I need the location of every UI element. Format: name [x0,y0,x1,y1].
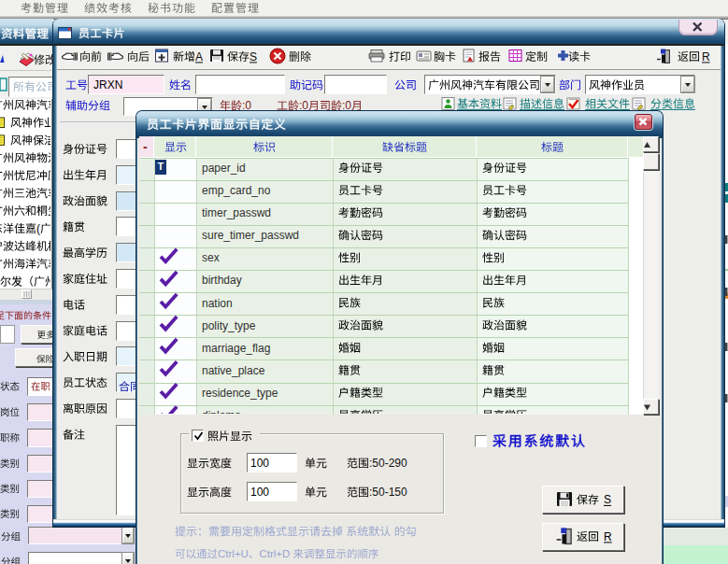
svg-text:T: T [158,161,164,172]
svg-text:R: R [702,50,710,63]
svg-text:paper_id: paper_id [202,162,246,175]
svg-text::50-290: :50-290 [369,457,407,470]
svg-text:R: R [604,530,612,543]
svg-text:JRXN: JRXN [93,78,122,92]
svg-text:(: ( [36,222,40,235]
svg-text:diploma: diploma [202,409,241,422]
svg-text:marriage_flag: marriage_flag [202,342,270,355]
svg-text::50-150: :50-150 [369,486,407,499]
svg-text::0: :0 [342,99,351,112]
svg-text:timer_passwd: timer_passwd [202,206,271,219]
svg-text:polity_type: polity_type [202,319,256,332]
svg-text:sure_timer_passwd: sure_timer_passwd [202,229,299,242]
svg-text::0: :0 [299,99,308,112]
svg-text:A: A [195,50,203,63]
svg-text:birthday: birthday [202,274,242,287]
svg-text::0: :0 [242,99,251,112]
svg-text:-: - [143,139,148,154]
svg-text:S: S [250,50,257,63]
svg-text:S: S [604,493,611,506]
svg-text:100: 100 [250,457,269,470]
svg-text:Ctrl+U: Ctrl+U [218,548,249,559]
svg-text:nation: nation [202,297,233,310]
svg-text:emp_card_no: emp_card_no [202,184,271,197]
svg-text:Ctrl+D: Ctrl+D [259,548,290,559]
svg-text:residence_type: residence_type [202,387,278,400]
svg-text:native_place: native_place [202,364,265,377]
svg-text:100: 100 [250,486,269,499]
svg-text:sex: sex [202,251,220,264]
